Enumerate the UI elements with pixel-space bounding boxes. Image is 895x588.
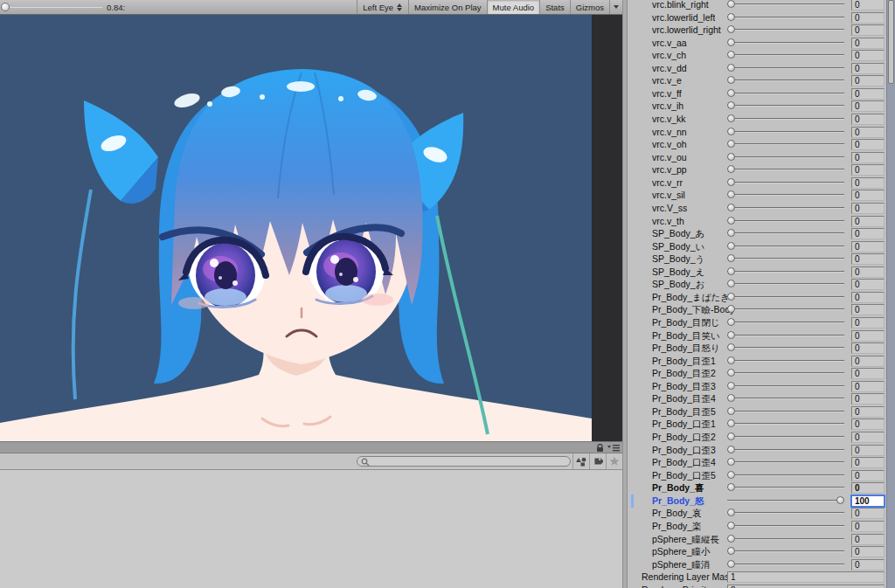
slider-handle[interactable] (727, 140, 735, 148)
blendshape-value-field[interactable]: 0 (851, 406, 885, 418)
blendshape-value-field[interactable]: 0 (851, 216, 885, 227)
game-viewport[interactable] (0, 15, 622, 441)
blendshape-slider[interactable] (727, 329, 844, 342)
blendshape-value-field[interactable]: 0 (851, 203, 885, 214)
inspector-scrollbar[interactable] (886, 0, 895, 588)
blendshape-value-field[interactable]: 0 (851, 139, 885, 150)
blendshape-value-field[interactable]: 0 (851, 127, 885, 138)
blendshape-slider[interactable] (727, 481, 844, 495)
slider-handle[interactable] (727, 280, 735, 287)
blendshape-slider[interactable] (727, 37, 844, 50)
blendshape-slider[interactable] (727, 342, 844, 355)
blendshape-value-field[interactable]: 0 (851, 190, 885, 201)
slider-handle[interactable] (727, 153, 735, 161)
favorites-button[interactable] (606, 453, 622, 469)
blendshape-slider[interactable] (727, 189, 844, 202)
blendshape-value-field[interactable]: 0 (851, 0, 885, 10)
display-dropdown[interactable]: Left Eye (357, 0, 408, 14)
blendshape-slider[interactable] (727, 62, 844, 75)
blendshape-value-field[interactable]: 0 (851, 228, 885, 239)
blendshape-value-field[interactable]: 0 (851, 356, 885, 367)
blendshape-slider[interactable] (727, 202, 844, 215)
blendshape-value-field[interactable]: 0 (851, 368, 885, 379)
scrollbar-thumb[interactable] (888, 0, 894, 84)
blendshape-value-field[interactable]: 0 (851, 75, 885, 86)
zoom-slider-track[interactable] (10, 7, 102, 8)
blendshape-value-field[interactable]: 0 (851, 88, 885, 100)
blendshape-slider[interactable] (727, 151, 844, 164)
blendshape-slider[interactable] (727, 176, 844, 190)
slider-handle[interactable] (727, 64, 735, 72)
blendshape-slider[interactable] (727, 392, 844, 405)
blendshape-value-field[interactable]: 0 (851, 393, 885, 405)
blendshape-value-field[interactable]: 0 (851, 253, 885, 265)
blendshape-value-field[interactable]: 0 (851, 177, 885, 189)
slider-handle[interactable] (727, 432, 735, 440)
slider-handle[interactable] (727, 471, 735, 479)
blendshape-value-field[interactable]: 0 (851, 241, 885, 252)
blendshape-value-field[interactable]: 0 (851, 12, 885, 24)
blendshape-slider[interactable] (727, 303, 844, 316)
blendshape-slider[interactable] (727, 520, 844, 533)
blendshape-slider[interactable] (727, 126, 844, 139)
blendshape-slider[interactable] (727, 316, 844, 329)
slider-handle[interactable] (727, 446, 735, 453)
mute-audio-button[interactable]: Mute Audio (487, 0, 540, 14)
gizmos-button[interactable]: Gizmos (570, 0, 609, 14)
blendshape-slider[interactable] (727, 100, 844, 113)
slider-handle[interactable] (727, 217, 735, 225)
property-value-field[interactable]: 1 (727, 571, 885, 583)
blendshape-value-field[interactable]: 0 (851, 24, 885, 36)
slider-handle[interactable] (727, 535, 735, 543)
slider-handle[interactable] (727, 242, 735, 250)
slider-handle[interactable] (727, 128, 735, 135)
slider-handle[interactable] (727, 89, 735, 97)
slider-handle[interactable] (727, 508, 735, 516)
blendshape-value-field[interactable]: 0 (851, 330, 885, 342)
blendshape-value-field[interactable]: 0 (851, 317, 885, 329)
slider-handle[interactable] (727, 483, 735, 491)
filter-by-type-button[interactable] (572, 453, 589, 469)
slider-handle[interactable] (727, 114, 735, 122)
slider-handle[interactable] (727, 254, 735, 262)
search-input[interactable] (357, 456, 571, 467)
stats-button[interactable]: Stats (539, 0, 570, 14)
blendshape-slider[interactable] (727, 138, 844, 151)
slider-handle[interactable] (836, 496, 844, 504)
blendshape-slider[interactable] (727, 456, 844, 469)
slider-handle[interactable] (727, 101, 735, 109)
blendshape-slider[interactable] (727, 469, 844, 482)
blendshape-slider[interactable] (727, 278, 844, 291)
slider-handle[interactable] (727, 51, 735, 59)
blendshape-value-field[interactable]: 0 (851, 114, 885, 125)
slider-handle[interactable] (727, 229, 735, 237)
blendshape-slider[interactable] (727, 495, 844, 508)
blendshape-value-field[interactable]: 0 (851, 38, 885, 49)
slider-handle[interactable] (727, 356, 735, 364)
blendshape-value-field[interactable]: 0 (851, 457, 885, 468)
blendshape-slider[interactable] (727, 533, 844, 546)
blendshape-slider[interactable] (727, 418, 844, 431)
blendshape-slider[interactable] (727, 380, 844, 393)
slider-handle[interactable] (727, 547, 735, 555)
blendshape-value-field[interactable]: 0 (851, 164, 885, 176)
blendshape-value-field[interactable]: 0 (851, 50, 885, 61)
blendshape-value-field[interactable]: 0 (851, 445, 885, 456)
slider-handle[interactable] (727, 343, 735, 351)
blendshape-value-field[interactable]: 0 (851, 482, 885, 494)
blendshape-value-field[interactable]: 0 (851, 534, 885, 545)
slider-handle[interactable] (727, 318, 735, 326)
blendshape-slider[interactable] (727, 431, 844, 444)
slider-handle[interactable] (727, 331, 735, 339)
slider-handle[interactable] (727, 369, 735, 377)
slider-handle[interactable] (727, 38, 735, 46)
slider-handle[interactable] (727, 394, 735, 402)
blendshape-value-field[interactable]: 0 (851, 63, 885, 74)
maximize-on-play-button[interactable]: Maximize On Play (408, 0, 487, 14)
lock-icon[interactable] (596, 444, 604, 453)
blendshape-slider[interactable] (727, 113, 844, 126)
blendshape-slider[interactable] (727, 558, 844, 571)
blendshape-slider[interactable] (727, 252, 844, 266)
blendshape-value-field[interactable]: 100 (851, 495, 885, 507)
zoom-slider-handle[interactable] (1, 3, 10, 11)
